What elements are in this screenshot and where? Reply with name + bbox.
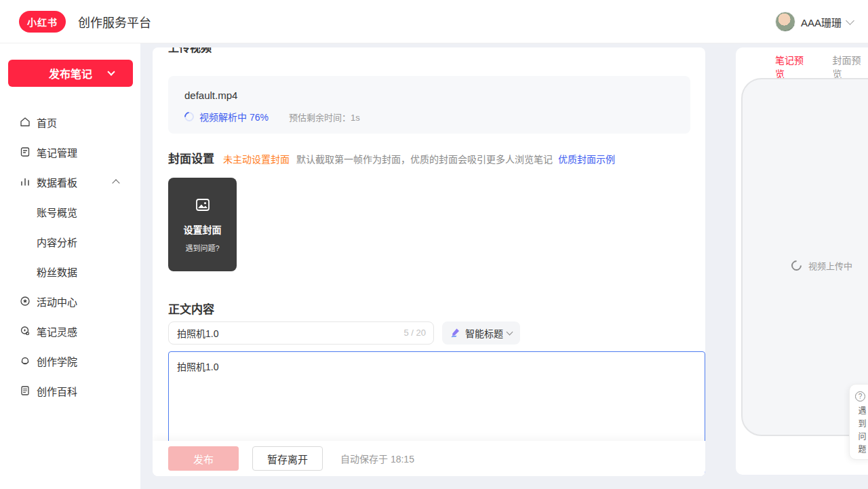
sidebar-item-creation-wiki[interactable]: 创作百科 — [0, 376, 140, 406]
inspiration-icon — [19, 326, 31, 337]
avatar[interactable] — [775, 12, 795, 32]
sidebar-item-label: 账号概览 — [37, 205, 77, 219]
cover-warning-text: 未主动设置封面 — [223, 152, 290, 165]
academy-icon — [19, 355, 31, 367]
content-heading: 正文内容 — [168, 300, 214, 317]
sidebar-item-label: 内容分析 — [37, 235, 77, 249]
help-label: 遇到问题 — [856, 406, 867, 458]
parsing-spinner-icon — [182, 110, 196, 123]
chevron-down-icon — [846, 16, 854, 25]
publish-footer: 发布 暂存离开 自动保存于 18:15 — [153, 441, 705, 476]
sidebar-item-data-dashboard[interactable]: 数据看板 — [0, 167, 140, 197]
video-filename: default.mp4 — [184, 90, 674, 101]
title-char-counter: 5 / 20 — [403, 328, 426, 338]
video-parsing-status: 视频解析中 76% — [199, 110, 269, 123]
sidebar-item-label: 活动中心 — [37, 294, 77, 309]
user-menu[interactable]: AAA珊珊 — [775, 0, 853, 43]
sidebar-item-label: 数据看板 — [37, 175, 77, 189]
help-float-button[interactable]: ? 遇到问题 — [849, 384, 868, 460]
cover-having-trouble-link[interactable]: 遇到问题? — [185, 242, 219, 253]
publish-note-button[interactable]: 发布笔记 — [8, 60, 133, 87]
sidebar-item-label: 创作百科 — [37, 384, 77, 398]
magic-pen-icon — [450, 327, 461, 340]
video-uploading-text: 视频上传中 — [808, 259, 852, 272]
uploading-spinner-icon — [789, 258, 804, 273]
sidebar-item-label: 粉丝数据 — [37, 265, 77, 279]
set-cover-button[interactable]: 设置封面 遇到问题? — [168, 178, 237, 271]
cover-example-link[interactable]: 优质封面示例 — [558, 152, 615, 165]
title-input-wrap: 5 / 20 — [168, 321, 434, 345]
sidebar-item-account-overview[interactable]: 账号概览 — [0, 197, 140, 227]
video-info-card: default.mp4 视频解析中 76% 预估剩余时间：1s — [168, 76, 690, 134]
smart-title-button[interactable]: 智能标题 — [442, 321, 520, 345]
title-input[interactable] — [168, 321, 434, 345]
sidebar-item-label: 首页 — [37, 115, 57, 130]
sidebar-item-label: 笔记管理 — [37, 145, 77, 159]
cover-settings-row: 封面设置 未主动设置封面 默认截取第一帧作为封面，优质的封面会吸引更多人浏览笔记… — [168, 149, 690, 166]
autosave-status: 自动保存于 18:15 — [340, 452, 414, 465]
sidebar-item-home[interactable]: 首页 — [0, 107, 140, 137]
user-name: AAA珊珊 — [801, 15, 842, 29]
wiki-doc-icon — [19, 385, 31, 397]
image-icon — [195, 197, 211, 216]
cover-hint-text: 默认截取第一帧作为封面，优质的封面会吸引更多人浏览笔记 — [296, 152, 553, 165]
home-icon — [19, 117, 31, 128]
sidebar-item-activity-center[interactable]: 活动中心 — [0, 286, 140, 316]
chevron-down-icon — [507, 329, 513, 336]
chevron-down-icon — [107, 68, 115, 75]
page-title: 创作服务平台 — [78, 13, 151, 31]
preview-panel: 笔记预览 封面预览 视频上传中 — [736, 47, 868, 475]
sidebar-nav: 首页 笔记管理 数据看板 账号概览 内容分析 粉丝数据 — [0, 107, 140, 406]
video-eta: 预估剩余时间：1s — [289, 111, 360, 123]
sidebar: 发布笔记 首页 笔记管理 数据看板 账号概览 内容分析 — [0, 43, 140, 489]
save-and-leave-button[interactable]: 暂存离开 — [252, 446, 323, 471]
app-header: 小红书 创作服务平台 AAA珊珊 — [0, 0, 868, 43]
sidebar-item-note-management[interactable]: 笔记管理 — [0, 137, 140, 167]
cover-settings-heading: 封面设置 — [168, 149, 214, 166]
sidebar-item-note-inspiration[interactable]: 笔记灵感 — [0, 316, 140, 346]
bar-chart-icon — [19, 176, 31, 188]
sidebar-item-label: 笔记灵感 — [37, 324, 77, 338]
xiaohongshu-logo[interactable]: 小红书 — [19, 11, 66, 33]
sidebar-item-fans-data[interactable]: 粉丝数据 — [0, 256, 140, 286]
note-icon — [19, 146, 31, 158]
set-cover-label: 设置封面 — [184, 222, 222, 236]
question-mark-icon: ? — [855, 391, 865, 402]
sidebar-item-creation-academy[interactable]: 创作学院 — [0, 346, 140, 376]
chevron-up-icon — [112, 179, 119, 187]
upload-video-heading: 上传视频 — [168, 47, 212, 55]
publish-button[interactable]: 发布 — [168, 446, 239, 471]
sidebar-item-label: 创作学院 — [37, 354, 77, 368]
activity-star-icon — [19, 296, 31, 307]
publish-form-card: 上传视频 default.mp4 视频解析中 76% 预估剩余时间：1s 封面设… — [153, 47, 705, 476]
sidebar-item-content-analysis[interactable]: 内容分析 — [0, 227, 140, 256]
phone-preview-frame: 视频上传中 — [741, 78, 868, 436]
publish-note-label: 发布笔记 — [49, 65, 92, 81]
smart-title-label: 智能标题 — [465, 326, 503, 340]
